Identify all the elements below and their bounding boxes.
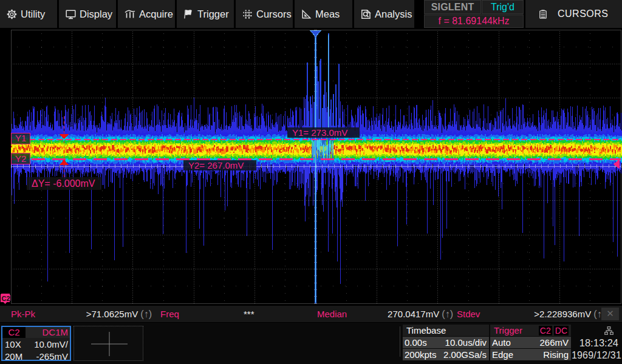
svg-text:C2: C2: [2, 295, 10, 302]
svg-text:Y1= 273.0mV: Y1= 273.0mV: [292, 127, 347, 138]
svg-text:Y1: Y1: [15, 133, 26, 143]
svg-text:ΔY= -6.000mV: ΔY= -6.000mV: [32, 178, 95, 189]
svg-text:Y2: Y2: [15, 153, 26, 164]
svg-text:Y2= 267.0mV: Y2= 267.0mV: [188, 160, 244, 170]
